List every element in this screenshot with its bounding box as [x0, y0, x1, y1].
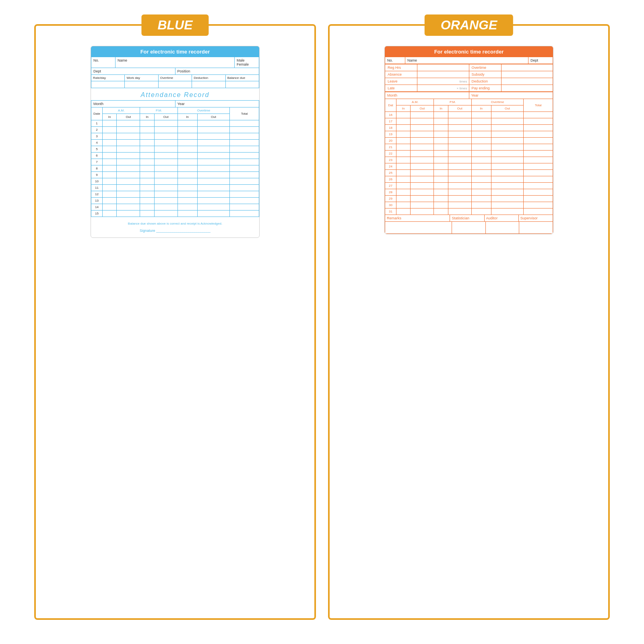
blue-pm-in-cell: [140, 146, 154, 153]
blue-pm-out-cell: [154, 198, 178, 204]
orange-table-row: 17: [385, 118, 553, 125]
orange-total-cell: [524, 144, 553, 151]
blue-total-header: Total: [230, 107, 259, 120]
blue-pm-out-cell: [154, 211, 178, 217]
blue-dept-row: Dept Position: [91, 68, 259, 75]
blue-balance-header: Balance due: [226, 75, 259, 81]
blue-am-in-cell: [103, 165, 117, 172]
blue-table-row: 14: [91, 204, 259, 211]
blue-workday-val: [125, 81, 158, 88]
blue-date-cell: 2: [91, 127, 103, 133]
blue-total-cell: [230, 146, 259, 153]
orange-pm-out-cell: [448, 151, 471, 157]
blue-table-row: 7: [91, 159, 259, 165]
orange-am-in-cell: [396, 151, 411, 157]
blue-rate-val: [91, 81, 125, 88]
orange-reg-overtime-row: Reg Hrs Overtime: [385, 64, 553, 71]
blue-am-out-cell: [117, 198, 140, 204]
orange-date-cell: 29: [385, 196, 396, 202]
orange-ot-in-cell: [471, 112, 491, 118]
blue-pm-out-cell: [154, 146, 178, 153]
orange-am-in-cell: [396, 125, 411, 131]
blue-ot-header: Overtime: [178, 107, 229, 114]
orange-reg-value: [417, 64, 469, 71]
blue-am-in-cell: [103, 172, 117, 178]
orange-time-table: Dat A.M. P.M. Overtime Total In Out In O…: [385, 99, 553, 215]
blue-balance-val: [226, 81, 259, 88]
orange-label: ORANGE: [425, 14, 513, 36]
blue-rate-day-header: Rate/day: [91, 75, 125, 81]
orange-table-row: 16: [385, 112, 553, 118]
orange-total-cell: [524, 208, 553, 215]
blue-date-cell: 15: [91, 211, 103, 217]
blue-summary-value-row: [91, 81, 259, 88]
blue-ot-in-cell: [178, 178, 197, 185]
blue-am-out-cell: [117, 140, 140, 146]
blue-ot-in-cell: [178, 153, 197, 159]
blue-overtime-header: Overtime: [159, 75, 192, 81]
orange-am-out-cell: [411, 183, 434, 189]
blue-ot-in-cell: [178, 185, 197, 191]
blue-pm-out-cell: [154, 172, 178, 178]
blue-date-cell: 3: [91, 133, 103, 140]
orange-ot-value: [502, 64, 553, 71]
blue-pm-in-cell: [140, 140, 154, 146]
orange-ot-out-cell: [491, 170, 524, 176]
orange-am-in-cell: [396, 163, 411, 170]
blue-table-body: 1 2 3 4: [91, 120, 259, 217]
blue-ot-in-cell: [178, 140, 197, 146]
blue-pm-in-cell: [140, 198, 154, 204]
orange-table-row: 26: [385, 176, 553, 183]
orange-table-row: 20: [385, 138, 553, 144]
orange-total-cell: [524, 151, 553, 157]
blue-total-cell: [230, 153, 259, 159]
orange-pm-in-cell: [434, 202, 448, 208]
blue-am-out-cell: [117, 153, 140, 159]
orange-statistician-value: [452, 222, 486, 233]
blue-pm-out-cell: [154, 120, 178, 127]
orange-ot-out-cell: [491, 118, 524, 125]
orange-year-cell: Year: [469, 92, 553, 99]
orange-ot-out-cell: [491, 131, 524, 138]
orange-ot-in-cell: [471, 202, 491, 208]
blue-am-in-cell: [103, 133, 117, 140]
blue-gender-cell: Male Female: [235, 57, 259, 68]
orange-ot-in-cell: [471, 138, 491, 144]
orange-ot-out-cell: [491, 189, 524, 196]
orange-table-row: 19: [385, 131, 553, 138]
orange-am-in-cell: [396, 183, 411, 189]
orange-leave-value: times: [417, 78, 469, 85]
orange-no-cell: No.: [385, 57, 405, 64]
blue-date-cell: 9: [91, 172, 103, 178]
blue-am-out-cell: [117, 127, 140, 133]
blue-table-row: 3: [91, 133, 259, 140]
blue-deduction-header: Deduction: [192, 75, 225, 81]
blue-total-cell: [230, 191, 259, 198]
blue-pm-out-cell: [154, 133, 178, 140]
blue-am-in-cell: [103, 140, 117, 146]
orange-table-row: 27: [385, 183, 553, 189]
orange-subsidy-label: Subsidy: [469, 71, 502, 78]
blue-ot-out-cell: [197, 140, 230, 146]
blue-table-row: 15: [91, 211, 259, 217]
orange-date-cell: 31: [385, 208, 396, 215]
orange-am-in-cell: [396, 196, 411, 202]
blue-date-cell: 8: [91, 165, 103, 172]
blue-ot-in-cell: [178, 198, 197, 204]
orange-auditor-value: [486, 222, 520, 233]
blue-ot-out-cell: [197, 198, 230, 204]
blue-table-row: 8: [91, 165, 259, 172]
blue-pm-in-cell: [140, 178, 154, 185]
blue-ot-in-cell: [178, 120, 197, 127]
orange-table-row: 28: [385, 189, 553, 196]
orange-am-in: In: [396, 105, 411, 112]
orange-am-in-cell: [396, 170, 411, 176]
orange-footer-label-row: Remarks Statistician Auditor Supervisor: [385, 215, 553, 222]
orange-table-row: 29: [385, 196, 553, 202]
blue-am-out-cell: [117, 133, 140, 140]
blue-ot-in-cell: [178, 172, 197, 178]
orange-ot-out-cell: [491, 183, 524, 189]
orange-am-in-cell: [396, 157, 411, 163]
orange-subsidy-value: [502, 71, 553, 78]
orange-am-in-cell: [396, 176, 411, 183]
